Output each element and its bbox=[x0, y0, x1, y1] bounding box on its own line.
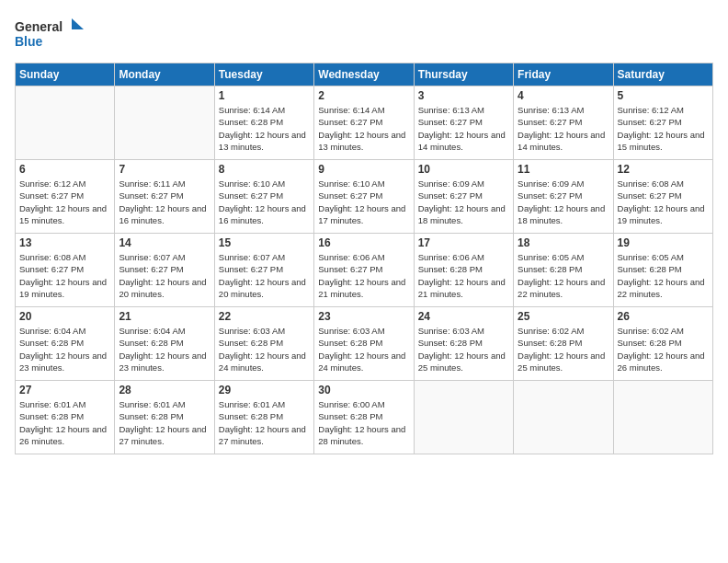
calendar-cell: 2Sunrise: 6:14 AM Sunset: 6:27 PM Daylig… bbox=[314, 86, 414, 160]
calendar-cell bbox=[613, 381, 712, 454]
weekday-header-wednesday: Wednesday bbox=[314, 63, 414, 86]
day-number: 26 bbox=[618, 310, 709, 323]
calendar-cell: 15Sunrise: 6:07 AM Sunset: 6:27 PM Dayli… bbox=[214, 234, 313, 307]
day-info: Sunrise: 6:10 AM Sunset: 6:27 PM Dayligh… bbox=[219, 178, 310, 226]
day-info: Sunrise: 6:06 AM Sunset: 6:27 PM Dayligh… bbox=[318, 251, 409, 300]
day-info: Sunrise: 6:05 AM Sunset: 6:28 PM Dayligh… bbox=[518, 251, 609, 300]
day-info: Sunrise: 6:02 AM Sunset: 6:28 PM Dayligh… bbox=[618, 325, 709, 373]
calendar-cell: 21Sunrise: 6:04 AM Sunset: 6:28 PM Dayli… bbox=[115, 307, 214, 381]
day-number: 10 bbox=[418, 163, 509, 176]
day-number: 8 bbox=[219, 163, 310, 176]
svg-marker-2 bbox=[72, 18, 84, 29]
day-number: 9 bbox=[318, 163, 409, 176]
calendar-cell: 7Sunrise: 6:11 AM Sunset: 6:27 PM Daylig… bbox=[115, 160, 214, 234]
calendar-cell: 14Sunrise: 6:07 AM Sunset: 6:27 PM Dayli… bbox=[115, 234, 214, 307]
calendar-week-4: 20Sunrise: 6:04 AM Sunset: 6:28 PM Dayli… bbox=[16, 307, 713, 381]
day-info: Sunrise: 6:08 AM Sunset: 6:27 PM Dayligh… bbox=[618, 178, 709, 226]
day-number: 25 bbox=[518, 310, 609, 323]
calendar-cell: 24Sunrise: 6:03 AM Sunset: 6:28 PM Dayli… bbox=[414, 307, 513, 381]
day-info: Sunrise: 6:10 AM Sunset: 6:27 PM Dayligh… bbox=[318, 178, 409, 226]
calendar-cell: 25Sunrise: 6:02 AM Sunset: 6:28 PM Dayli… bbox=[514, 307, 613, 381]
calendar-week-5: 27Sunrise: 6:01 AM Sunset: 6:28 PM Dayli… bbox=[16, 381, 713, 454]
day-info: Sunrise: 6:01 AM Sunset: 6:28 PM Dayligh… bbox=[219, 398, 310, 447]
day-number: 7 bbox=[119, 163, 210, 176]
day-number: 4 bbox=[518, 89, 609, 102]
calendar-cell bbox=[115, 86, 214, 160]
day-info: Sunrise: 6:09 AM Sunset: 6:27 PM Dayligh… bbox=[418, 178, 509, 226]
weekday-header-thursday: Thursday bbox=[414, 63, 513, 86]
day-info: Sunrise: 6:01 AM Sunset: 6:28 PM Dayligh… bbox=[119, 398, 210, 447]
calendar-cell: 11Sunrise: 6:09 AM Sunset: 6:27 PM Dayli… bbox=[514, 160, 613, 234]
calendar-cell: 26Sunrise: 6:02 AM Sunset: 6:28 PM Dayli… bbox=[613, 307, 712, 381]
day-info: Sunrise: 6:13 AM Sunset: 6:27 PM Dayligh… bbox=[418, 104, 509, 153]
calendar-table: SundayMondayTuesdayWednesdayThursdayFrid… bbox=[15, 63, 713, 454]
calendar-week-3: 13Sunrise: 6:08 AM Sunset: 6:27 PM Dayli… bbox=[16, 234, 713, 307]
day-number: 5 bbox=[618, 89, 709, 102]
day-number: 15 bbox=[219, 236, 310, 249]
day-number: 24 bbox=[418, 310, 509, 323]
calendar-cell: 5Sunrise: 6:12 AM Sunset: 6:27 PM Daylig… bbox=[613, 86, 712, 160]
day-number: 21 bbox=[119, 310, 210, 323]
calendar-cell: 23Sunrise: 6:03 AM Sunset: 6:28 PM Dayli… bbox=[314, 307, 414, 381]
day-info: Sunrise: 6:12 AM Sunset: 6:27 PM Dayligh… bbox=[19, 178, 110, 226]
calendar-cell bbox=[16, 86, 115, 160]
day-number: 2 bbox=[318, 89, 409, 102]
weekday-header-row: SundayMondayTuesdayWednesdayThursdayFrid… bbox=[16, 63, 713, 86]
day-number: 12 bbox=[618, 163, 709, 176]
calendar-cell: 10Sunrise: 6:09 AM Sunset: 6:27 PM Dayli… bbox=[414, 160, 513, 234]
day-info: Sunrise: 6:03 AM Sunset: 6:28 PM Dayligh… bbox=[318, 325, 409, 373]
day-info: Sunrise: 6:02 AM Sunset: 6:28 PM Dayligh… bbox=[518, 325, 609, 373]
calendar-cell bbox=[514, 381, 613, 454]
day-number: 17 bbox=[418, 236, 509, 249]
calendar-cell: 30Sunrise: 6:00 AM Sunset: 6:28 PM Dayli… bbox=[314, 381, 414, 454]
day-info: Sunrise: 6:01 AM Sunset: 6:28 PM Dayligh… bbox=[19, 398, 110, 447]
calendar-cell: 27Sunrise: 6:01 AM Sunset: 6:28 PM Dayli… bbox=[16, 381, 115, 454]
day-info: Sunrise: 6:00 AM Sunset: 6:28 PM Dayligh… bbox=[318, 398, 409, 447]
day-number: 1 bbox=[219, 89, 310, 102]
calendar-week-1: 1Sunrise: 6:14 AM Sunset: 6:28 PM Daylig… bbox=[16, 86, 713, 160]
logo: GeneralBlue bbox=[15, 15, 88, 52]
day-number: 18 bbox=[518, 236, 609, 249]
calendar-cell: 29Sunrise: 6:01 AM Sunset: 6:28 PM Dayli… bbox=[214, 381, 313, 454]
svg-text:General: General bbox=[15, 19, 63, 34]
day-info: Sunrise: 6:07 AM Sunset: 6:27 PM Dayligh… bbox=[119, 251, 210, 300]
calendar-cell: 13Sunrise: 6:08 AM Sunset: 6:27 PM Dayli… bbox=[16, 234, 115, 307]
weekday-header-monday: Monday bbox=[115, 63, 214, 86]
calendar-cell bbox=[414, 381, 513, 454]
day-info: Sunrise: 6:13 AM Sunset: 6:27 PM Dayligh… bbox=[518, 104, 609, 153]
calendar-cell: 28Sunrise: 6:01 AM Sunset: 6:28 PM Dayli… bbox=[115, 381, 214, 454]
calendar-cell: 12Sunrise: 6:08 AM Sunset: 6:27 PM Dayli… bbox=[613, 160, 712, 234]
day-info: Sunrise: 6:11 AM Sunset: 6:27 PM Dayligh… bbox=[119, 178, 210, 226]
day-number: 23 bbox=[318, 310, 409, 323]
day-number: 19 bbox=[618, 236, 709, 249]
day-number: 29 bbox=[219, 384, 310, 396]
calendar-cell: 9Sunrise: 6:10 AM Sunset: 6:27 PM Daylig… bbox=[314, 160, 414, 234]
day-number: 16 bbox=[318, 236, 409, 249]
day-number: 22 bbox=[219, 310, 310, 323]
calendar-body: 1Sunrise: 6:14 AM Sunset: 6:28 PM Daylig… bbox=[16, 86, 713, 454]
calendar-cell: 20Sunrise: 6:04 AM Sunset: 6:28 PM Dayli… bbox=[16, 307, 115, 381]
day-info: Sunrise: 6:14 AM Sunset: 6:27 PM Dayligh… bbox=[318, 104, 409, 153]
calendar-cell: 6Sunrise: 6:12 AM Sunset: 6:27 PM Daylig… bbox=[16, 160, 115, 234]
page-header: GeneralBlue bbox=[15, 15, 713, 52]
day-number: 11 bbox=[518, 163, 609, 176]
calendar-week-2: 6Sunrise: 6:12 AM Sunset: 6:27 PM Daylig… bbox=[16, 160, 713, 234]
day-number: 27 bbox=[19, 384, 110, 396]
day-info: Sunrise: 6:04 AM Sunset: 6:28 PM Dayligh… bbox=[19, 325, 110, 373]
logo-svg: GeneralBlue bbox=[15, 15, 88, 52]
calendar-cell: 19Sunrise: 6:05 AM Sunset: 6:28 PM Dayli… bbox=[613, 234, 712, 307]
day-info: Sunrise: 6:06 AM Sunset: 6:28 PM Dayligh… bbox=[418, 251, 509, 300]
calendar-cell: 8Sunrise: 6:10 AM Sunset: 6:27 PM Daylig… bbox=[214, 160, 313, 234]
day-number: 28 bbox=[119, 384, 210, 396]
calendar-cell: 3Sunrise: 6:13 AM Sunset: 6:27 PM Daylig… bbox=[414, 86, 513, 160]
weekday-header-tuesday: Tuesday bbox=[214, 63, 313, 86]
weekday-header-sunday: Sunday bbox=[16, 63, 115, 86]
day-info: Sunrise: 6:08 AM Sunset: 6:27 PM Dayligh… bbox=[19, 251, 110, 300]
day-info: Sunrise: 6:04 AM Sunset: 6:28 PM Dayligh… bbox=[119, 325, 210, 373]
day-number: 13 bbox=[19, 236, 110, 249]
day-number: 3 bbox=[418, 89, 509, 102]
day-info: Sunrise: 6:03 AM Sunset: 6:28 PM Dayligh… bbox=[219, 325, 310, 373]
day-info: Sunrise: 6:03 AM Sunset: 6:28 PM Dayligh… bbox=[418, 325, 509, 373]
calendar-cell: 17Sunrise: 6:06 AM Sunset: 6:28 PM Dayli… bbox=[414, 234, 513, 307]
day-number: 6 bbox=[19, 163, 110, 176]
